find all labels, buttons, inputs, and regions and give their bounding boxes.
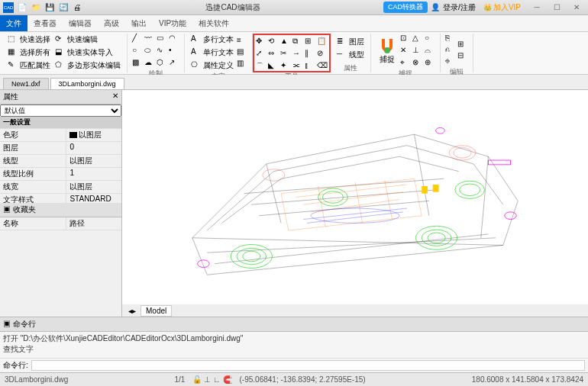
hatch-icon[interactable]: ▩ — [132, 58, 143, 69]
snap-mid-icon[interactable]: △ — [412, 34, 423, 44]
menu-file[interactable]: 文件 — [0, 15, 27, 31]
save-icon[interactable]: 💾 — [44, 2, 55, 13]
panel-close-icon[interactable]: ✕ — [112, 92, 118, 102]
scale-icon[interactable]: ⤢ — [256, 49, 267, 60]
spline-icon[interactable]: ∿ — [157, 46, 167, 56]
fav-columns: 名称路径 — [0, 217, 121, 230]
attdef-button[interactable]: ⎔属性定义 — [189, 60, 235, 72]
minimize-icon[interactable]: ─ — [528, 2, 545, 13]
cmd-header: ▣ 命令行 — [0, 317, 588, 332]
mirror-icon[interactable]: ▲ — [280, 37, 291, 47]
array-icon[interactable]: ⊞ — [305, 37, 315, 47]
circle-icon[interactable]: ○ — [132, 46, 143, 56]
layer-button[interactable]: ≣图层 — [335, 36, 366, 48]
join-icon[interactable]: ⫘ — [292, 61, 303, 72]
quick-edit-button[interactable]: ⟳快速编辑 — [53, 34, 122, 46]
arc-icon[interactable]: ◠ — [169, 34, 179, 44]
props-selector[interactable]: 默认值 — [0, 105, 121, 117]
ribbon-snap-group: 捕捉 ⊡ △ ○ ✕ ⊥ ⌓ ⌖ ⊗ ⊕ 捕捉 — [371, 34, 441, 72]
ray-icon[interactable]: ↗ — [169, 58, 179, 69]
snap-nod-icon[interactable]: ⊗ — [412, 58, 423, 69]
edit4-icon[interactable]: ⊞ — [457, 40, 468, 50]
paste-icon[interactable]: 📋 — [317, 37, 328, 47]
open-icon[interactable]: 📁 — [31, 2, 41, 13]
text-tool3-icon[interactable]: ▥ — [237, 59, 247, 69]
new-icon[interactable]: 📄 — [17, 2, 27, 13]
ribbon: ⬚快速选择 ▦选择所有 ✎匹配属性 ⟳快速编辑 ⬓快速实体导入 ⬠多边形实体编辑… — [0, 32, 588, 75]
status-dims: 180.6008 x 141.5804 x 173.8424 — [472, 375, 583, 384]
copy-icon[interactable]: ⧉ — [292, 37, 303, 47]
polygon-icon[interactable]: ⬡ — [157, 58, 167, 69]
status-icons[interactable]: 🔓 ⊥ ∟ 🧲 — [192, 375, 231, 384]
command-input[interactable] — [31, 360, 585, 371]
line-icon[interactable]: ╱ — [132, 34, 143, 44]
move-icon[interactable]: ✥ — [256, 37, 267, 47]
print-icon[interactable]: 🖨 — [72, 2, 82, 13]
offset-icon[interactable]: ∥ — [305, 49, 315, 60]
edit1-icon[interactable]: ⎘ — [445, 34, 456, 44]
tab-lamborgini[interactable]: 3DLamborgini.dwg — [50, 78, 124, 89]
props-section: 一般设置 — [0, 117, 121, 129]
tab-new1[interactable]: New1.dxf — [3, 78, 49, 89]
command-input-row: 命令行: — [0, 358, 588, 372]
svg-point-3 — [263, 169, 285, 182]
stretch-icon[interactable]: ⇔ — [268, 49, 279, 60]
select-all-button[interactable]: ▦选择所有 — [6, 47, 52, 59]
match-props-button[interactable]: ✎匹配属性 — [6, 60, 52, 72]
snap-nea-icon[interactable]: ⌖ — [400, 58, 411, 69]
cloud-icon[interactable]: ☁ — [144, 58, 155, 69]
linetype-button[interactable]: ─线型 — [335, 49, 366, 61]
stext-button[interactable]: A单行文本 — [189, 47, 235, 59]
menu-output[interactable]: 输出 — [125, 15, 153, 31]
maximize-icon[interactable]: ☐ — [548, 2, 565, 13]
point-icon[interactable]: • — [169, 46, 179, 56]
status-coords: (-95.06841; -136.8394; 2.27595E-15) — [240, 375, 366, 384]
edit3-icon[interactable]: ⎆ — [445, 56, 456, 67]
drawing-canvas[interactable] — [122, 90, 588, 304]
menu-related[interactable]: 相关软件 — [192, 15, 235, 31]
snap-per-icon[interactable]: ⊥ — [412, 46, 423, 56]
quick-select-button[interactable]: ⬚快速选择 — [6, 34, 52, 46]
login-link[interactable]: 登录/注册 — [443, 2, 476, 13]
break-icon[interactable]: ⊘ — [317, 49, 328, 60]
chamfer-icon[interactable]: ◣ — [268, 61, 279, 72]
mtext-button[interactable]: A多行文本 — [189, 34, 235, 46]
menu-vip[interactable]: VIP功能 — [153, 15, 192, 31]
snap-int-icon[interactable]: ✕ — [400, 46, 411, 56]
text-tool-icon[interactable]: ≡ — [237, 36, 247, 47]
trim-icon[interactable]: ✂ — [280, 49, 291, 60]
edit5-icon[interactable]: ⊟ — [457, 51, 468, 62]
refresh-icon[interactable]: 🔄 — [58, 2, 69, 13]
close-icon[interactable]: ✕ — [568, 2, 585, 13]
snap-ins-icon[interactable]: ⊕ — [425, 58, 435, 69]
erase-icon[interactable]: ⌫ — [317, 61, 328, 72]
ellipse-icon[interactable]: ⬭ — [144, 46, 155, 56]
extend-icon[interactable]: → — [292, 49, 303, 60]
align-icon[interactable]: ⫿ — [305, 61, 315, 72]
polyline-icon[interactable]: 〰 — [144, 34, 155, 44]
menu-viewer[interactable]: 查看器 — [27, 15, 63, 31]
user-icon[interactable]: 👤 — [431, 3, 440, 11]
snap-button[interactable]: 捕捉 — [376, 36, 399, 66]
explode-icon[interactable]: ✦ — [280, 61, 291, 72]
main-area: 属性✕ 默认值 一般设置 色彩以图层 图层0 线型以图层 线型比例1 线宽以图层… — [0, 90, 588, 317]
rotate-icon[interactable]: ⟲ — [268, 37, 279, 47]
snap-tan-icon[interactable]: ⌓ — [425, 46, 435, 56]
vip-badge[interactable]: 👑加入VIP — [479, 2, 525, 14]
model-next-icon[interactable]: ▸ — [132, 307, 136, 315]
svg-point-16 — [505, 212, 517, 220]
solid-import-button[interactable]: ⬓快速实体导入 — [53, 47, 122, 59]
fillet-icon[interactable]: ⌒ — [256, 61, 267, 72]
polygon-edit-button[interactable]: ⬠多边形实体编辑 — [53, 60, 122, 72]
snap-end-icon[interactable]: ⊡ — [400, 34, 411, 44]
rect-icon[interactable]: ▭ — [157, 34, 167, 44]
model-tab[interactable]: Model — [141, 305, 172, 317]
props-header: 属性✕ — [0, 90, 121, 105]
menu-editor[interactable]: 编辑器 — [63, 15, 98, 31]
snap-cen-icon[interactable]: ○ — [425, 34, 435, 44]
menu-advanced[interactable]: 高级 — [98, 15, 125, 31]
svg-point-10 — [428, 233, 445, 243]
edit2-icon[interactable]: ⎌ — [445, 45, 456, 56]
converter-badge[interactable]: CAD转换器 — [383, 2, 428, 13]
text-tool2-icon[interactable]: ▤ — [237, 47, 247, 58]
